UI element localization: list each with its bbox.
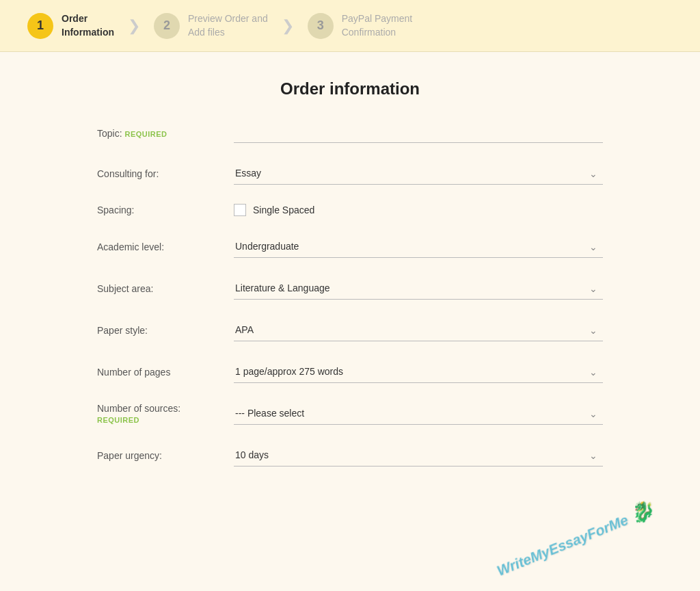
step-arrow-2: ❯	[282, 17, 294, 35]
subject-row: Subject area: Literature & Language Scie…	[97, 277, 603, 300]
sources-row: Number of sources: REQUIRED --- Please s…	[97, 402, 603, 425]
topic-input-wrap	[234, 123, 603, 143]
sources-required: REQUIRED	[97, 416, 139, 424]
topic-required: REQUIRED	[124, 130, 167, 138]
spacing-checkbox-wrap: Single Spaced	[234, 204, 603, 216]
urgency-select-wrap: 10 days 7 days 5 days 3 days 2 days 24 h…	[234, 444, 603, 467]
sources-label: Number of sources: REQUIRED	[97, 403, 234, 425]
topic-row: Topic: REQUIRED	[97, 123, 603, 143]
urgency-select[interactable]: 10 days 7 days 5 days 3 days 2 days 24 h…	[234, 444, 603, 467]
spacing-checkbox[interactable]	[234, 204, 246, 216]
step-2: 2 Preview Order and Add files	[154, 12, 268, 39]
step-arrow-1: ❯	[128, 17, 140, 35]
subject-select-wrap: Literature & Language Science History Bu…	[234, 277, 603, 300]
step-1-label: Order Information	[62, 12, 114, 39]
consulting-select[interactable]: Essay Research Paper Thesis Dissertation	[234, 162, 603, 185]
step-3-label: PayPal Payment Confirmation	[342, 12, 413, 39]
academic-label: Academic level:	[97, 241, 234, 252]
academic-select[interactable]: Undergraduate High School Master's Ph.D.	[234, 235, 603, 258]
step-1-circle: 1	[27, 13, 53, 39]
paper-style-row: Paper style: APA MLA Chicago Harvard ⌄	[97, 319, 603, 341]
form-title: Order information	[97, 79, 603, 98]
spacing-label: Spacing:	[97, 205, 234, 215]
subject-select[interactable]: Literature & Language Science History Bu…	[234, 277, 603, 300]
academic-select-wrap: Undergraduate High School Master's Ph.D.…	[234, 235, 603, 258]
step-3: 3 PayPal Payment Confirmation	[308, 12, 413, 39]
pages-select[interactable]: 1 page/approx 275 words 2 pages/approx 5…	[234, 360, 603, 383]
subject-label: Subject area:	[97, 283, 234, 294]
paper-style-label: Paper style:	[97, 325, 234, 336]
step-2-label: Preview Order and Add files	[188, 12, 268, 39]
paper-style-select[interactable]: APA MLA Chicago Harvard	[234, 319, 603, 341]
watermark: WriteMyEssayForMe 🐉	[490, 513, 660, 564]
topic-label: Topic: REQUIRED	[97, 128, 234, 139]
spacing-row: Spacing: Single Spaced	[97, 204, 603, 216]
sources-select-wrap: --- Please select 0 1 2 3 5 ⌄	[234, 402, 603, 425]
consulting-row: Consulting for: Essay Research Paper The…	[97, 162, 603, 185]
sources-select[interactable]: --- Please select 0 1 2 3 5	[234, 402, 603, 425]
urgency-label: Paper urgency:	[97, 450, 234, 461]
paper-style-select-wrap: APA MLA Chicago Harvard ⌄	[234, 319, 603, 341]
academic-row: Academic level: Undergraduate High Schoo…	[97, 235, 603, 258]
spacing-checkbox-label: Single Spaced	[253, 205, 314, 215]
spacing-wrap: Single Spaced	[234, 204, 603, 216]
steps-bar: 1 Order Information ❯ 2 Preview Order an…	[0, 0, 700, 52]
pages-row: Number of pages 1 page/approx 275 words …	[97, 360, 603, 383]
step-3-circle: 3	[308, 13, 334, 39]
topic-input[interactable]	[234, 123, 603, 143]
consulting-label: Consulting for:	[97, 168, 234, 179]
urgency-row: Paper urgency: 10 days 7 days 5 days 3 d…	[97, 444, 603, 467]
main-content: Order information Topic: REQUIRED Consul…	[83, 79, 617, 467]
step-1: 1 Order Information	[27, 12, 114, 39]
consulting-select-wrap: Essay Research Paper Thesis Dissertation…	[234, 162, 603, 185]
pages-select-wrap: 1 page/approx 275 words 2 pages/approx 5…	[234, 360, 603, 383]
step-2-circle: 2	[154, 13, 180, 39]
pages-label: Number of pages	[97, 367, 234, 378]
